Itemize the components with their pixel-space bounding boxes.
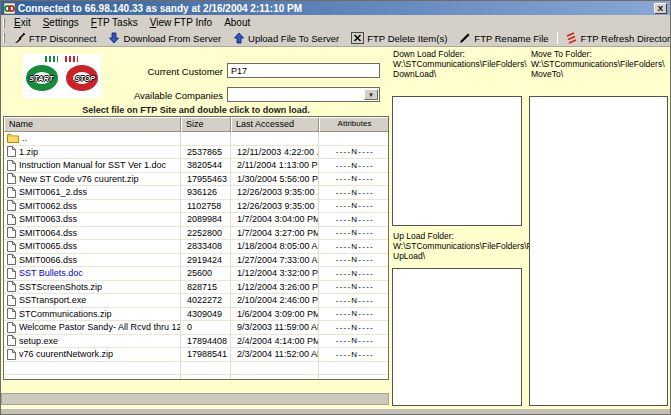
chevron-down-icon[interactable]: ▼	[364, 89, 378, 100]
close-icon[interactable]: X	[654, 3, 667, 14]
available-companies-select[interactable]: ▼	[227, 87, 380, 102]
file-size	[181, 375, 231, 380]
file-name: New ST Code v76 cuurent.zip	[19, 174, 138, 184]
file-grid-header: NameSizeLast AccessedAttributes	[4, 117, 388, 132]
green-flag-icon	[45, 56, 58, 62]
toolbar-button-ftp-disconnect[interactable]: FTP Disconnect	[8, 31, 102, 46]
file-icon	[7, 349, 16, 360]
file-grid-body: ..1.zip253786512/11/2003 4:22:00 ...- - …	[4, 132, 388, 380]
table-row[interactable]: v76 cuurentNetwork.zip179885412/3/2004 1…	[4, 348, 388, 362]
file-name: ..	[22, 133, 27, 143]
file-size	[181, 362, 231, 376]
table-row[interactable]: ..	[4, 132, 388, 146]
file-size: 4309049	[181, 308, 231, 322]
refresh-stripes-icon	[566, 32, 578, 44]
download-listbox[interactable]	[392, 96, 522, 226]
table-row[interactable]: Welcome Pastor Sandy- All Rcvd thru 12-1…	[4, 321, 388, 335]
table-row[interactable]: SMIT0063.dss20899841/7/2004 3:04:00 PM- …	[4, 213, 388, 227]
file-last-accessed: 12/11/2003 4:22:00 ...	[231, 146, 319, 160]
menu-item-about[interactable]: About	[218, 17, 256, 28]
toolbar-button-upload-file-to-server[interactable]: Upload File To Server	[227, 31, 345, 46]
download-folder-path: W:\STCommunications\FileFolders\	[393, 59, 527, 69]
upload-listbox[interactable]	[392, 268, 522, 406]
table-row[interactable]: setup.exe178944082/4/2004 4:14:00 PM- - …	[4, 335, 388, 349]
menu-item-exit[interactable]: Exit	[8, 17, 37, 28]
file-size: 1102758	[181, 200, 231, 214]
ftp-disconnect-icon	[14, 32, 26, 44]
file-last-accessed: 12/26/2003 9:35:00 ...	[231, 186, 319, 200]
upload-arrow-icon	[233, 32, 245, 44]
file-icon	[7, 187, 16, 198]
file-last-accessed: 1/12/2004 3:26:00 PM	[231, 281, 319, 295]
file-icon	[7, 227, 16, 238]
menu-item-view-ftp-info[interactable]: View FTP Info	[144, 17, 218, 28]
table-row[interactable]: SMIT0062.dss110275812/26/2003 9:35:00 ..…	[4, 200, 388, 214]
file-name: STCommunications.zip	[19, 309, 112, 319]
column-header-size[interactable]: Size	[181, 117, 231, 132]
grid-hscrollbar[interactable]	[1, 393, 389, 405]
file-size: 2833408	[181, 240, 231, 254]
file-attributes: - - - - N - - - -	[319, 200, 389, 214]
moveto-folder-path: W:\STCommunications\FileFolders\	[531, 59, 665, 69]
file-name: SMIT0062.dss	[19, 201, 77, 211]
file-attributes: - - - - N - - - -	[319, 308, 389, 322]
table-row[interactable]: SSTScreenShots.zip8287151/12/2004 3:26:0…	[4, 281, 388, 295]
delete-x-icon	[351, 32, 364, 44]
download-folder-info: Down Load Folder: W:\STCommunications\Fi…	[393, 49, 527, 80]
column-header-last-accessed[interactable]: Last Accessed	[231, 117, 319, 132]
table-row[interactable]: SMIT0066.dss29194241/27/2004 7:33:00 AM-…	[4, 254, 388, 268]
current-customer-input[interactable]	[227, 63, 380, 78]
file-last-accessed: 1/27/2004 7:33:00 AM	[231, 254, 319, 268]
file-size: 25600	[181, 267, 231, 281]
table-row[interactable]: 1.zip253786512/11/2003 4:22:00 ...- - - …	[4, 146, 388, 160]
file-last-accessed	[231, 375, 319, 380]
moveto-listbox[interactable]	[529, 96, 668, 406]
table-row[interactable]: SST Bullets.doc256001/12/2004 3:32:00 PM…	[4, 267, 388, 281]
app-window: Connected to 66.98.140.33 as sandy at 2/…	[0, 0, 671, 415]
column-header-name[interactable]: Name	[4, 117, 181, 132]
upload-folder-path2: UpLoad\	[393, 251, 542, 261]
toolbar-button-label: FTP Disconnect	[29, 33, 96, 44]
toolbar-button-ftp-rename-file[interactable]: FTP Rename File	[453, 31, 554, 46]
toolbar-button-label: FTP Rename File	[474, 33, 548, 44]
moveto-folder-path2: MoveTo\	[531, 69, 665, 79]
file-name: SMIT0064.dss	[19, 228, 77, 238]
table-row[interactable]: SMIT0064.dss22528001/7/2004 3:27:00 PM- …	[4, 227, 388, 241]
file-attributes: - - - - N - - - -	[319, 173, 389, 187]
app-icon	[4, 3, 15, 14]
toolbar: FTP DisconnectDownload From ServerUpload…	[1, 30, 670, 47]
moveto-folder-title: Move To Folder:	[531, 49, 665, 59]
toolbar-button-ftp-refresh-directory[interactable]: FTP Refresh Directory	[560, 31, 671, 46]
file-icon	[7, 295, 16, 306]
file-last-accessed	[231, 362, 319, 376]
menu-item-settings[interactable]: Settings	[37, 17, 85, 28]
file-attributes: - - - - N - - - -	[319, 186, 389, 200]
upload-folder-path: W:\STCommunications\FileFolders\P17	[393, 241, 542, 251]
table-row[interactable]: SMIT0065.dss28334081/18/2004 8:05:00 AM-…	[4, 240, 388, 254]
table-row[interactable]: Instruction Manual for SST Ver 1.doc3820…	[4, 159, 388, 173]
file-name: SSTScreenShots.zip	[19, 282, 102, 292]
file-last-accessed: 12/26/2003 9:35:00 ...	[231, 200, 319, 214]
column-header-attributes[interactable]: Attributes	[319, 117, 389, 132]
moveto-folder-info: Move To Folder: W:\STCommunications\File…	[531, 49, 665, 80]
file-name: SMIT0063.dss	[19, 214, 77, 224]
file-size	[181, 132, 231, 146]
toolbar-button-ftp-delete-item-s[interactable]: FTP Delete Item(s)	[345, 31, 453, 46]
file-icon	[7, 268, 16, 279]
file-icon	[7, 322, 16, 333]
file-name: Instruction Manual for SST Ver 1.doc	[19, 160, 166, 170]
download-folder-title: Down Load Folder:	[393, 49, 527, 59]
file-last-accessed: 2/10/2004 2:46:00 PM	[231, 294, 319, 308]
table-row[interactable]: STCommunications.zip43090491/6/2004 3:09…	[4, 308, 388, 322]
table-row[interactable]: SSTransport.exe40222722/10/2004 2:46:00 …	[4, 294, 388, 308]
file-size: 4022272	[181, 294, 231, 308]
table-row[interactable]: SMIT0061_2.dss93612612/26/2003 9:35:00 .…	[4, 186, 388, 200]
start-stop-logo: START STOP	[23, 54, 101, 98]
file-name: SMIT0061_2.dss	[19, 187, 87, 197]
menu-item-ftp-tasks[interactable]: FTP Tasks	[85, 17, 144, 28]
toolbar-button-download-from-server[interactable]: Download From Server	[102, 31, 227, 46]
file-size: 17955463	[181, 173, 231, 187]
file-size: 2919424	[181, 254, 231, 268]
file-name: v76 cuurentNetwork.zip	[19, 349, 113, 359]
table-row[interactable]: New ST Code v76 cuurent.zip179554631/30/…	[4, 173, 388, 187]
